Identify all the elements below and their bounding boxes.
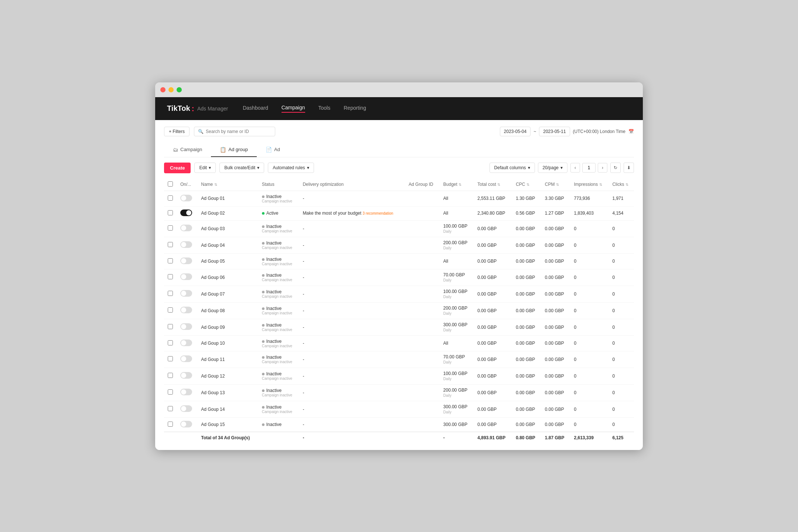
row-cpm-1: 1.27 GBP	[541, 206, 570, 220]
col-clicks[interactable]: Clicks ⇅	[608, 178, 634, 191]
col-total-cost[interactable]: Total cost ⇅	[474, 178, 512, 191]
row-toggle-1[interactable]	[177, 206, 197, 220]
create-button[interactable]: Create	[164, 163, 191, 173]
row-toggle-12[interactable]	[177, 384, 197, 401]
row-id-7	[405, 302, 440, 319]
col-delivery: Delivery optimization	[299, 178, 405, 191]
prev-page-button[interactable]: ‹	[570, 163, 580, 173]
calendar-icon[interactable]: 📅	[628, 129, 634, 134]
row-checkbox-11[interactable]	[164, 368, 177, 384]
row-toggle-2[interactable]	[177, 220, 197, 237]
row-name-13: Ad Goup 14	[197, 401, 258, 417]
row-checkbox-9[interactable]	[164, 335, 177, 351]
row-checkbox-7[interactable]	[164, 302, 177, 319]
logo: TikTok: Ads Manager	[167, 104, 228, 113]
nav-dashboard[interactable]: Dashboard	[243, 105, 268, 112]
col-id: Ad Group ID	[405, 178, 440, 191]
download-button[interactable]: ⬇	[624, 163, 634, 173]
row-toggle-7[interactable]	[177, 302, 197, 319]
row-toggle-10[interactable]	[177, 351, 197, 368]
refresh-button[interactable]: ↻	[610, 163, 621, 173]
row-impressions-13: 0	[570, 401, 608, 417]
row-checkbox-2[interactable]	[164, 220, 177, 237]
row-budget-12: 200.00 GBP Daily	[440, 384, 474, 401]
search-icon: 🔍	[198, 129, 204, 134]
table-wrap: On/... Name ⇅ Status Delivery optimizati…	[164, 178, 634, 443]
row-toggle-0[interactable]	[177, 191, 197, 206]
table-row: Ad Goup 03 Inactive Campaign inactive - …	[164, 220, 634, 237]
row-total-cost-0: 2,553.11 GBP	[474, 191, 512, 206]
row-toggle-6[interactable]	[177, 286, 197, 302]
row-toggle-3[interactable]	[177, 237, 197, 253]
row-total-cost-4: 0.00 GBP	[474, 253, 512, 269]
row-cpm-11: 0.00 GBP	[541, 368, 570, 384]
filters-button[interactable]: + Filters	[164, 127, 190, 136]
row-toggle-14[interactable]	[177, 417, 197, 432]
row-status-2: Inactive Campaign inactive	[258, 220, 299, 237]
row-id-13	[405, 401, 440, 417]
row-cpm-10: 0.00 GBP	[541, 351, 570, 368]
table-row: Ad Goup 02 Active Make the most of your …	[164, 206, 634, 220]
row-toggle-9[interactable]	[177, 335, 197, 351]
col-cpc[interactable]: CPC ⇅	[512, 178, 541, 191]
perpage-chevron-icon: ▾	[560, 165, 563, 170]
row-toggle-4[interactable]	[177, 253, 197, 269]
row-checkbox-10[interactable]	[164, 351, 177, 368]
row-id-10	[405, 351, 440, 368]
row-cpc-0: 1.30 GBP	[512, 191, 541, 206]
row-toggle-11[interactable]	[177, 368, 197, 384]
date-end[interactable]: 2023-05-11	[539, 127, 570, 136]
per-page-button[interactable]: 20/page ▾	[538, 163, 567, 173]
row-clicks-13: 0	[608, 401, 634, 417]
row-budget-0: All	[440, 191, 474, 206]
row-budget-5: 70.00 GBP Daily	[440, 269, 474, 286]
row-checkbox-5[interactable]	[164, 269, 177, 286]
row-checkbox-4[interactable]	[164, 253, 177, 269]
table-row: Ad Goup 14 Inactive Campaign inactive - …	[164, 401, 634, 417]
row-budget-10: 70.00 GBP Daily	[440, 351, 474, 368]
tab-ad[interactable]: 📄 Ad	[257, 143, 289, 157]
table-row: Ad Goup 15 Inactive - 300.00 GBP 0.00 GB…	[164, 417, 634, 432]
row-toggle-5[interactable]	[177, 269, 197, 286]
automated-rules-button[interactable]: Automated rules ▾	[268, 163, 314, 173]
row-cpm-2: 0.00 GBP	[541, 220, 570, 237]
tab-campaign[interactable]: 🗂 Campaign	[164, 143, 211, 157]
bulk-create-button[interactable]: Bulk create/Edit ▾	[219, 163, 264, 173]
row-name-14: Ad Goup 15	[197, 417, 258, 432]
row-status-3: Inactive Campaign inactive	[258, 237, 299, 253]
col-impressions[interactable]: Impressions ⇅	[570, 178, 608, 191]
row-name-12: Ad Goup 13	[197, 384, 258, 401]
row-toggle-8[interactable]	[177, 319, 197, 335]
next-page-button[interactable]: ›	[598, 163, 607, 173]
default-columns-button[interactable]: Default columns ▾	[490, 163, 535, 173]
row-checkbox-14[interactable]	[164, 417, 177, 432]
row-cpm-5: 0.00 GBP	[541, 269, 570, 286]
row-id-8	[405, 319, 440, 335]
toolbar: + Filters 🔍 2023-05-04 ~ 2023-05-11 (UTC…	[164, 127, 634, 136]
row-checkbox-0[interactable]	[164, 191, 177, 206]
edit-button[interactable]: Edit ▾	[194, 163, 216, 173]
row-clicks-9: 0	[608, 335, 634, 351]
row-checkbox-8[interactable]	[164, 319, 177, 335]
row-clicks-3: 0	[608, 237, 634, 253]
tab-adgroup[interactable]: 📋 Ad group	[211, 143, 257, 157]
nav-campaign[interactable]: Campaign	[282, 105, 305, 113]
col-budget[interactable]: Budget ⇅	[440, 178, 474, 191]
row-toggle-13[interactable]	[177, 401, 197, 417]
row-checkbox-3[interactable]	[164, 237, 177, 253]
select-all-header[interactable]	[164, 178, 177, 191]
row-checkbox-1[interactable]	[164, 206, 177, 220]
nav-reporting[interactable]: Reporting	[344, 105, 366, 112]
row-checkbox-12[interactable]	[164, 384, 177, 401]
date-start[interactable]: 2023-05-04	[500, 127, 531, 136]
col-on-off: On/...	[177, 178, 197, 191]
row-cpc-14: 0.00 GBP	[512, 417, 541, 432]
col-name[interactable]: Name ⇅	[197, 178, 258, 191]
row-checkbox-13[interactable]	[164, 401, 177, 417]
row-clicks-11: 0	[608, 368, 634, 384]
tabs: 🗂 Campaign 📋 Ad group 📄 Ad	[164, 143, 634, 157]
search-input[interactable]	[206, 129, 271, 134]
row-checkbox-6[interactable]	[164, 286, 177, 302]
col-cpm[interactable]: CPM ⇅	[541, 178, 570, 191]
nav-tools[interactable]: Tools	[318, 105, 331, 112]
